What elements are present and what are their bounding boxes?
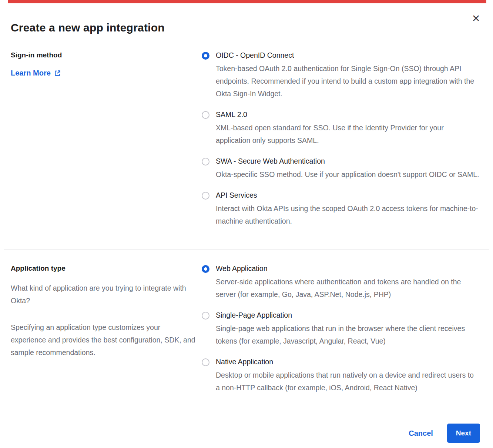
option-description-native-application: Desktop or mobile applications that run … — [216, 369, 479, 394]
radio-option-swa[interactable]: SWA - Secure Web Authentication Okta-spe… — [202, 157, 480, 181]
option-label-api-services[interactable]: API Services — [216, 191, 479, 200]
section-divider — [4, 250, 489, 250]
option-description-oidc: Token-based OAuth 2.0 authentication for… — [216, 62, 479, 100]
option-label-single-page-application[interactable]: Single-Page Application — [216, 311, 479, 320]
option-description-swa: Okta-specific SSO method. Use if your ap… — [216, 168, 479, 181]
radio-button-saml[interactable] — [202, 111, 209, 119]
radio-option-web-application[interactable]: Web Application Server-side applications… — [202, 264, 480, 301]
signin-method-label: Sign-in method — [11, 51, 202, 59]
option-label-native-application[interactable]: Native Application — [216, 358, 479, 366]
radio-button-web-application[interactable] — [202, 265, 209, 273]
radio-option-single-page-application[interactable]: Single-Page Application Single-page web … — [202, 311, 480, 347]
option-label-oidc[interactable]: OIDC - OpenID Connect — [216, 51, 479, 60]
application-type-label: Application type — [11, 264, 202, 273]
application-type-detail: Specifying an application type customize… — [11, 321, 198, 359]
option-description-api-services: Interact with Okta APIs using the scoped… — [216, 202, 479, 227]
signin-method-section: Sign-in method Learn More OIDC - OpenID … — [11, 51, 480, 238]
learn-more-link[interactable]: Learn More — [11, 69, 61, 77]
radio-button-single-page-application[interactable] — [202, 312, 209, 320]
signin-method-options: OIDC - OpenID Connect Token-based OAuth … — [202, 51, 480, 238]
option-label-saml[interactable]: SAML 2.0 — [216, 110, 479, 119]
option-label-web-application[interactable]: Web Application — [216, 264, 479, 273]
external-link-icon — [54, 70, 61, 77]
application-type-options: Web Application Server-side applications… — [202, 264, 480, 404]
radio-button-swa[interactable] — [202, 158, 209, 166]
next-button[interactable]: Next — [447, 424, 480, 443]
application-type-question: What kind of application are you trying … — [11, 282, 198, 307]
radio-option-saml[interactable]: SAML 2.0 XML-based open standard for SSO… — [202, 110, 480, 147]
option-description-saml: XML-based open standard for SSO. Use if … — [216, 121, 479, 147]
option-description-single-page-application: Single-page web applications that run in… — [216, 322, 479, 347]
cancel-button[interactable]: Cancel — [409, 429, 433, 438]
application-type-section: Application type What kind of applicatio… — [11, 264, 480, 404]
radio-option-oidc[interactable]: OIDC - OpenID Connect Token-based OAuth … — [202, 51, 480, 100]
application-type-left-column: Application type What kind of applicatio… — [11, 264, 202, 404]
learn-more-label: Learn More — [11, 69, 51, 77]
signin-method-left-column: Sign-in method Learn More — [11, 51, 202, 238]
create-app-integration-dialog: Create a new app integration Sign-in met… — [0, 0, 493, 443]
page-title: Create a new app integration — [11, 21, 480, 34]
option-label-swa[interactable]: SWA - Secure Web Authentication — [216, 157, 479, 166]
radio-option-api-services[interactable]: API Services Interact with Okta APIs usi… — [202, 191, 480, 227]
radio-button-native-application[interactable] — [202, 358, 209, 366]
radio-button-oidc[interactable] — [202, 52, 209, 60]
radio-option-native-application[interactable]: Native Application Desktop or mobile app… — [202, 358, 480, 394]
dialog-footer: Cancel Next — [11, 424, 480, 443]
radio-button-api-services[interactable] — [202, 192, 209, 200]
option-description-web-application: Server-side applications where authentic… — [216, 275, 479, 301]
